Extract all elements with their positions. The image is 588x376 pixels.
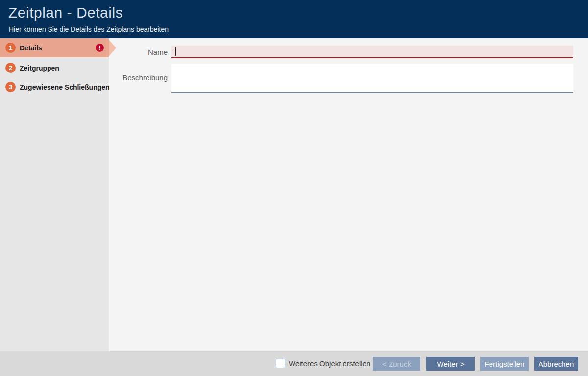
sidebar-step-zugewiesene-schliessungen[interactable]: 3 Zugewiesene Schließungen: [0, 79, 109, 95]
step-2-label: Zeitgruppen: [20, 64, 59, 72]
finish-button[interactable]: Fertigstellen: [480, 357, 529, 371]
page-subtitle: Hier können Sie die Details des Zeitplan…: [9, 25, 169, 33]
step-2-number-badge: 2: [5, 63, 16, 73]
step-1-number-badge: 1: [5, 43, 16, 53]
step-3-number-badge: 3: [5, 82, 16, 92]
step-3-label: Zugewiesene Schließungen: [20, 83, 110, 91]
next-button[interactable]: Weiter >: [426, 357, 475, 371]
active-step-arrow-icon: [109, 40, 116, 56]
description-label: Beschreibung: [109, 71, 168, 84]
name-input[interactable]: [172, 46, 573, 58]
name-label: Name: [109, 46, 168, 59]
create-another-object-checkbox[interactable]: [276, 359, 285, 368]
name-field-wrap: [172, 46, 573, 58]
sidebar-step-details[interactable]: 1 Details !: [0, 38, 109, 57]
back-button[interactable]: < Zurück: [373, 357, 420, 371]
sidebar-step-zeitgruppen[interactable]: 2 Zeitgruppen: [0, 60, 109, 76]
dialog-footer: Weiteres Objekt erstellen < Zurück Weite…: [0, 351, 588, 376]
validation-error-icon: !: [96, 44, 104, 52]
zeitplan-details-dialog: Zeitplan - Details Hier können Sie die D…: [0, 0, 588, 376]
page-title: Zeitplan - Details: [8, 4, 123, 21]
description-input[interactable]: [172, 64, 573, 93]
step-1-label: Details: [20, 44, 42, 52]
cancel-button[interactable]: Abbrechen: [534, 357, 578, 371]
dialog-header: Zeitplan - Details Hier können Sie die D…: [0, 0, 588, 38]
wizard-sidebar: 1 Details ! 2 Zeitgruppen 3 Zugewiesene …: [0, 38, 109, 351]
create-another-object-label[interactable]: Weiteres Objekt erstellen: [289, 359, 370, 368]
details-form: Name Beschreibung: [109, 38, 588, 351]
